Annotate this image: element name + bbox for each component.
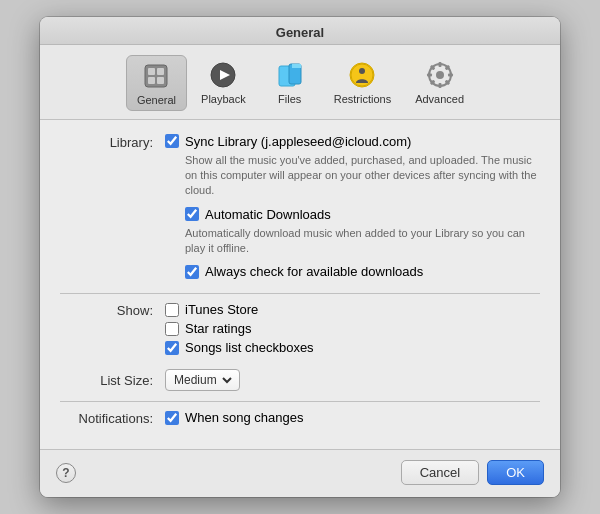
toolbar-label-playback: Playback — [201, 93, 246, 105]
files-icon — [274, 59, 306, 91]
svg-rect-17 — [448, 73, 453, 76]
show-content: iTunes Store Star ratings Songs list che… — [165, 302, 540, 359]
toolbar-item-restrictions[interactable]: Restrictions — [324, 55, 401, 111]
svg-rect-1 — [148, 68, 155, 75]
content-area: Library: Sync Library (j.appleseed@iclou… — [40, 120, 560, 450]
always-check-row: Always check for available downloads — [185, 264, 540, 279]
sync-library-row: Sync Library (j.appleseed@icloud.com) — [165, 134, 540, 149]
library-row: Library: Sync Library (j.appleseed@iclou… — [60, 134, 540, 284]
svg-rect-2 — [157, 68, 164, 75]
auto-downloads-checkbox[interactable] — [185, 207, 199, 221]
songs-checkboxes-row: Songs list checkboxes — [165, 340, 540, 355]
svg-rect-15 — [438, 62, 441, 67]
general-icon — [140, 60, 172, 92]
list-size-select[interactable]: Small Medium Large — [170, 372, 235, 388]
toolbar-label-files: Files — [278, 93, 301, 105]
svg-rect-3 — [148, 77, 155, 84]
star-ratings-checkbox[interactable] — [165, 322, 179, 336]
show-row: Show: iTunes Store Star ratings Songs li… — [60, 302, 540, 359]
toolbar-item-general[interactable]: General — [126, 55, 187, 111]
when-song-changes-label[interactable]: When song changes — [185, 410, 304, 425]
playback-icon — [207, 59, 239, 91]
toolbar: General Playback Files — [40, 45, 560, 120]
notifications-row: Notifications: When song changes — [60, 410, 540, 429]
always-check-label[interactable]: Always check for available downloads — [205, 264, 423, 279]
toolbar-item-advanced[interactable]: Advanced — [405, 55, 474, 111]
songs-checkboxes-label[interactable]: Songs list checkboxes — [185, 340, 314, 355]
restrictions-icon — [346, 59, 378, 91]
svg-rect-19 — [438, 83, 441, 88]
divider-2 — [60, 401, 540, 402]
divider-1 — [60, 293, 540, 294]
itunes-store-label[interactable]: iTunes Store — [185, 302, 258, 317]
always-check-checkbox[interactable] — [185, 265, 199, 279]
toolbar-item-files[interactable]: Files — [260, 55, 320, 111]
sync-library-description: Show all the music you've added, purchas… — [185, 153, 540, 199]
notifications-content: When song changes — [165, 410, 540, 429]
title-bar: General — [40, 17, 560, 45]
ok-button[interactable]: OK — [487, 460, 544, 485]
advanced-icon — [424, 59, 456, 91]
library-label: Library: — [60, 134, 165, 150]
button-group: Cancel OK — [401, 460, 544, 485]
list-size-row: List Size: Small Medium Large — [60, 369, 540, 391]
show-label: Show: — [60, 302, 165, 318]
list-size-select-wrapper: Small Medium Large — [165, 369, 240, 391]
preferences-window: General General — [40, 17, 560, 498]
window-title: General — [276, 25, 324, 40]
auto-downloads-label[interactable]: Automatic Downloads — [205, 207, 331, 222]
star-ratings-label[interactable]: Star ratings — [185, 321, 251, 336]
sync-library-label[interactable]: Sync Library (j.appleseed@icloud.com) — [185, 134, 411, 149]
help-button[interactable]: ? — [56, 463, 76, 483]
when-song-changes-checkbox[interactable] — [165, 411, 179, 425]
notifications-label: Notifications: — [60, 410, 165, 426]
auto-downloads-description: Automatically download music when added … — [185, 226, 540, 257]
svg-rect-21 — [427, 73, 432, 76]
itunes-store-checkbox[interactable] — [165, 303, 179, 317]
cancel-button[interactable]: Cancel — [401, 460, 479, 485]
svg-point-14 — [436, 71, 444, 79]
itunes-store-row: iTunes Store — [165, 302, 540, 317]
toolbar-item-playback[interactable]: Playback — [191, 55, 256, 111]
list-size-content: Small Medium Large — [165, 369, 540, 391]
toolbar-label-restrictions: Restrictions — [334, 93, 391, 105]
footer: ? Cancel OK — [40, 449, 560, 497]
toolbar-label-advanced: Advanced — [415, 93, 464, 105]
list-size-label: List Size: — [60, 372, 165, 388]
star-ratings-row: Star ratings — [165, 321, 540, 336]
toolbar-label-general: General — [137, 94, 176, 106]
sync-library-checkbox[interactable] — [165, 134, 179, 148]
library-content: Sync Library (j.appleseed@icloud.com) Sh… — [165, 134, 540, 284]
auto-downloads-row: Automatic Downloads — [185, 207, 540, 222]
svg-rect-4 — [157, 77, 164, 84]
songs-checkboxes-checkbox[interactable] — [165, 341, 179, 355]
when-song-changes-row: When song changes — [165, 410, 540, 425]
